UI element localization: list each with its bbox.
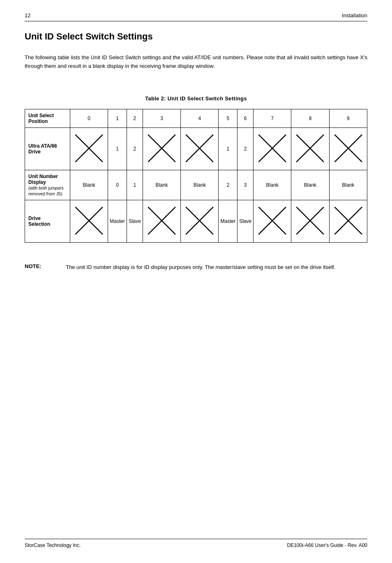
cross-icon [255, 204, 289, 238]
col-0: 0 [70, 109, 108, 127]
cell-ata66-7 [254, 127, 291, 170]
switch-table: Unit SelectPosition 0 1 2 3 4 5 6 7 8 9 … [25, 109, 367, 243]
row-header-unit-number: Unit NumberDisplay (with both jumpersrem… [25, 170, 70, 200]
cell-ata66-4 [181, 127, 219, 170]
cell-unitnum-9: Blank [329, 170, 367, 200]
cross-icon [293, 131, 327, 165]
col-7: 7 [254, 109, 291, 127]
cross-icon [255, 131, 289, 165]
cell-unitnum-6: 3 [238, 170, 254, 200]
cell-drive-3 [143, 200, 180, 242]
row-header-label: Unit SelectPosition [28, 113, 54, 124]
cell-unitnum-0: Blank [70, 170, 108, 200]
col-3: 3 [143, 109, 180, 127]
header: 12 Installation [25, 12, 367, 21]
cross-icon [182, 204, 217, 238]
intro-text: The following table lists the Unit ID Se… [25, 53, 367, 71]
cell-ata66-2: 2 [127, 127, 143, 170]
cross-icon [293, 204, 327, 238]
cell-drive-6: Slave [238, 200, 254, 242]
cell-drive-4 [181, 200, 219, 242]
table-row-ata66: Ultra ATA/66Drive 1 2 [25, 127, 367, 170]
cell-ata66-1: 1 [108, 127, 127, 170]
col-2: 2 [127, 109, 143, 127]
note-text: The unit ID number display is for ID dis… [66, 263, 335, 272]
cell-drive-0 [70, 200, 108, 242]
cell-drive-5: Master [219, 200, 238, 242]
cross-icon [331, 204, 365, 238]
table-caption: Table 2: Unit ID Select Switch Settings [25, 95, 367, 102]
cross-icon [182, 131, 217, 165]
cell-unitnum-7: Blank [254, 170, 291, 200]
col-9: 9 [329, 109, 367, 127]
cross-icon [331, 131, 365, 165]
cell-unitnum-8: Blank [291, 170, 329, 200]
col-8: 8 [291, 109, 329, 127]
cell-unitnum-1: 0 [108, 170, 127, 200]
col-5: 5 [219, 109, 238, 127]
col-1: 1 [108, 109, 127, 127]
cell-ata66-3 [143, 127, 180, 170]
cell-drive-7 [254, 200, 291, 242]
cell-unitnum-4: Blank [181, 170, 219, 200]
table-row: Unit SelectPosition 0 1 2 3 4 5 6 7 8 9 [25, 109, 367, 127]
cell-drive-2: Slave [127, 200, 143, 242]
table-row-drive-selection: DriveSelection Master Slave [25, 200, 367, 242]
cell-drive-9 [329, 200, 367, 242]
footer: StorCase Technology Inc. DE100i-A66 User… [25, 539, 367, 548]
page-title: Unit ID Select Switch Settings [25, 31, 367, 42]
row-header-unit-select: Unit SelectPosition [25, 109, 70, 127]
row-header-drive-selection: DriveSelection [25, 200, 70, 242]
cell-unitnum-3: Blank [143, 170, 180, 200]
col-4: 4 [181, 109, 219, 127]
cell-ata66-8 [291, 127, 329, 170]
cell-drive-8 [291, 200, 329, 242]
cell-ata66-6: 2 [238, 127, 254, 170]
header-section: Installation [342, 12, 367, 19]
cell-drive-1: Master [108, 200, 127, 242]
cell-unitnum-2: 1 [127, 170, 143, 200]
table-row-unit-number: Unit NumberDisplay (with both jumpersrem… [25, 170, 367, 200]
note-section: NOTE: The unit ID number display is for … [25, 263, 367, 272]
cell-unitnum-5: 2 [219, 170, 238, 200]
cross-icon [72, 131, 106, 165]
cell-ata66-5: 1 [219, 127, 238, 170]
note-label: NOTE: [25, 263, 53, 269]
cross-icon [72, 204, 106, 238]
cross-icon [145, 131, 179, 165]
page-number: 12 [25, 12, 30, 19]
cell-ata66-9 [329, 127, 367, 170]
row-header-ata66: Ultra ATA/66Drive [25, 127, 70, 170]
col-6: 6 [238, 109, 254, 127]
cell-ata66-0 [70, 127, 108, 170]
cross-icon [145, 204, 179, 238]
footer-right: DE100i-A66 User's Guide - Rev. A00 [287, 542, 368, 548]
page: 12 Installation Unit ID Select Switch Se… [0, 0, 392, 563]
footer-left: StorCase Technology Inc. [25, 542, 81, 548]
